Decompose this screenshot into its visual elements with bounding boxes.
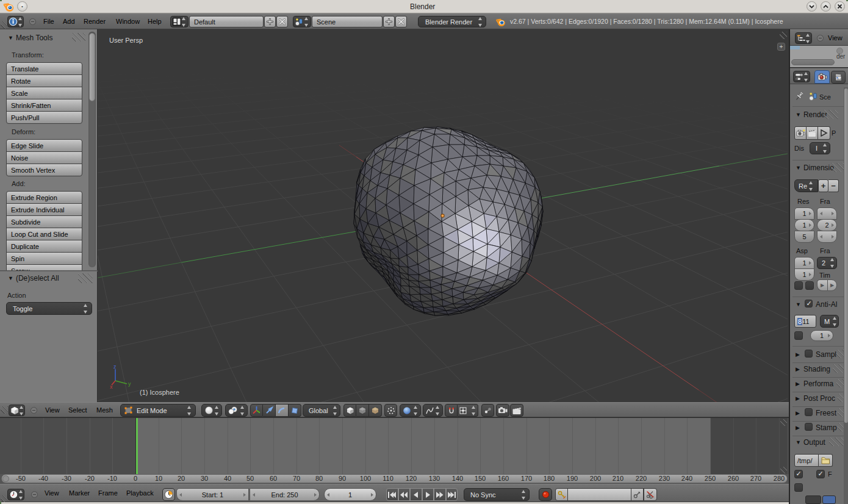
svg-text:z: z <box>113 365 117 370</box>
svg-text:x: x <box>110 384 113 389</box>
svg-text:y: y <box>128 381 131 387</box>
